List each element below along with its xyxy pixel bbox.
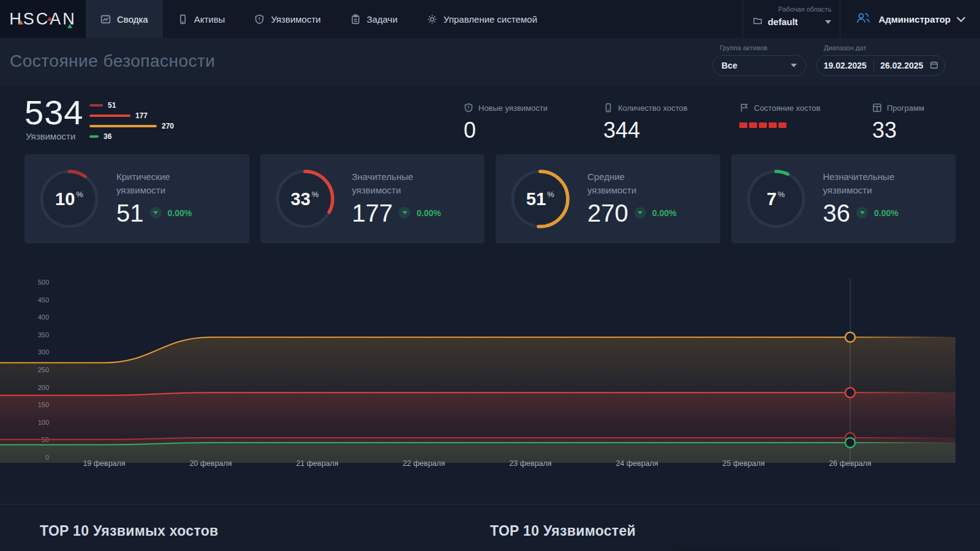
kpi-value: 0 — [464, 118, 548, 143]
gauge-value: 177 — [352, 201, 393, 225]
tab-2[interactable]: Уязвимости — [239, 0, 335, 38]
brand-logo[interactable]: HSCAN — [0, 0, 86, 38]
severity-bar — [89, 104, 103, 107]
top-vulnerabilities-title: TOP 10 Уязвимостей — [490, 523, 636, 539]
folder-icon — [753, 16, 763, 28]
topbar: HSCAN СводкаАктивыУязвимостиЗадачиУправл… — [0, 0, 980, 38]
calendar-icon[interactable] — [930, 61, 944, 71]
severity-bar-value: 51 — [108, 101, 116, 110]
kpi-2: Состояние хостов — [739, 103, 821, 128]
date-range-label: Диапазон дат — [824, 44, 945, 51]
svg-text:450: 450 — [38, 296, 49, 304]
chevron-down-icon — [825, 20, 831, 24]
kpi-value: 344 — [603, 118, 687, 143]
gauge-value: 36 — [823, 201, 851, 225]
tab-0[interactable]: Сводка — [86, 0, 163, 38]
date-to-input[interactable]: 26.02.2025 — [874, 61, 930, 70]
svg-text:500: 500 — [38, 279, 49, 286]
logo-triangle-red-icon — [47, 17, 52, 21]
gauge-label: Значительныеуязвимости — [352, 170, 478, 197]
date-range-control: 19.02.2025 26.02.2025 — [816, 55, 945, 76]
host-state-square — [759, 122, 767, 128]
tab-label: Уязвимости — [271, 14, 320, 24]
gauge-label: Средниеуязвимости — [587, 170, 713, 197]
severity-bar-value: 270 — [162, 122, 174, 130]
trend-down-icon — [150, 207, 162, 219]
users-icon — [855, 11, 871, 27]
severity-minibar-row: 51 — [89, 100, 174, 110]
gauge-percent: 51% — [508, 167, 572, 231]
summary-icon — [100, 14, 111, 24]
gauge-card-3[interactable]: 7% Незначительныеуязвимости 36 0.00% — [731, 154, 956, 244]
tab-label: Активы — [194, 14, 225, 24]
kpi-label: Состояние хостов — [754, 103, 821, 113]
chevron-down-icon — [791, 64, 797, 67]
host-icon — [603, 103, 613, 113]
workspace-value: default — [767, 17, 797, 27]
severity-minibars: 5117727036 — [89, 100, 174, 141]
gauge-ring: 33% — [273, 167, 337, 231]
tab-4[interactable]: Управление системой — [412, 0, 552, 38]
kpi-3: Программ33 — [872, 103, 924, 143]
date-range-filter: Диапазон дат 19.02.2025 26.02.2025 — [816, 44, 945, 76]
trend-down-icon — [399, 207, 410, 219]
tab-label: Сводка — [117, 14, 148, 24]
workspace-label: Рабочая область — [753, 6, 831, 13]
severity-bar — [89, 125, 157, 127]
gauge-ring: 51% — [508, 167, 572, 231]
host-state-square — [769, 122, 777, 128]
gauge-card-1[interactable]: 33% Значительныеуязвимости 177 0.00% — [260, 154, 485, 244]
dashboard-root: HSCAN СводкаАктивыУязвимостиЗадачиУправл… — [0, 0, 980, 551]
severity-bar — [89, 114, 130, 117]
kpi-1: Количество хостов344 — [603, 103, 687, 143]
apps-icon — [872, 103, 882, 113]
host-state-square — [739, 122, 747, 128]
svg-text:400: 400 — [38, 313, 49, 321]
trend-down-icon — [856, 207, 868, 219]
asset-group-value: Все — [722, 61, 737, 70]
user-menu[interactable]: Администратор — [840, 0, 980, 38]
logo-triangle-green-icon — [67, 24, 72, 28]
asset-group-label: Группа активов — [720, 44, 806, 51]
gauge-label: Критическиеуязвимости — [116, 170, 242, 197]
date-from-input[interactable]: 19.02.2025 — [817, 61, 873, 70]
gauge-cards: 10% Критическиеуязвимости 51 0.00% 33% З… — [24, 154, 956, 244]
trend-down-icon — [635, 207, 646, 219]
gauge-ring: 10% — [37, 167, 101, 231]
tab-1[interactable]: Активы — [163, 0, 240, 38]
tasks-icon — [350, 14, 361, 24]
main-nav: СводкаАктивыУязвимостиЗадачиУправление с… — [86, 0, 552, 38]
gauge-card-2[interactable]: 51% Средниеуязвимости 270 0.00% — [496, 154, 720, 244]
vulnerability-trend-chart[interactable]: 05010015020025030035040045050019 февраля… — [0, 269, 980, 485]
gauge-change: 0.00% — [417, 208, 441, 218]
gauge-card-0[interactable]: 10% Критическиеуязвимости 51 0.00% — [24, 154, 249, 244]
severity-bar-value: 36 — [104, 132, 111, 141]
chevron-down-icon — [957, 13, 965, 22]
page-header: Состояние безопасности Группа активов Вс… — [0, 38, 980, 86]
gauge-ring: 7% — [744, 167, 808, 231]
topbar-spacer — [552, 0, 742, 38]
severity-minibar-row: 270 — [89, 121, 174, 131]
severity-minibar-row: 36 — [89, 131, 174, 141]
assets-icon — [178, 14, 188, 24]
severity-minibar-row: 177 — [89, 110, 174, 121]
tab-label: Управление системой — [443, 14, 537, 24]
asset-group-filter: Группа активов Все — [712, 44, 806, 76]
kpi-0: Новые уязвимости0 — [464, 103, 548, 143]
tab-label: Задачи — [367, 14, 398, 24]
gauge-value: 51 — [116, 201, 144, 225]
asset-group-select[interactable]: Все — [712, 55, 806, 76]
page-title: Состояние безопасности — [10, 51, 216, 71]
gauge-change: 0.00% — [874, 208, 899, 218]
bottom-section: TOP 10 Уязвимых хостов TOP 10 Уязвимосте… — [0, 504, 980, 551]
svg-text:300: 300 — [38, 348, 49, 356]
kpi-label: Количество хостов — [618, 103, 687, 113]
flag-icon — [739, 103, 749, 113]
gauge-percent: 33% — [273, 167, 337, 231]
total-vulnerabilities-label: Уязвимости — [26, 131, 75, 141]
user-name: Администратор — [878, 14, 951, 24]
tab-3[interactable]: Задачи — [336, 0, 412, 38]
workspace-selector[interactable]: Рабочая область default — [743, 0, 840, 38]
kpi-label: Программ — [887, 103, 924, 113]
kpi-label: Новые уязвимости — [478, 103, 548, 113]
